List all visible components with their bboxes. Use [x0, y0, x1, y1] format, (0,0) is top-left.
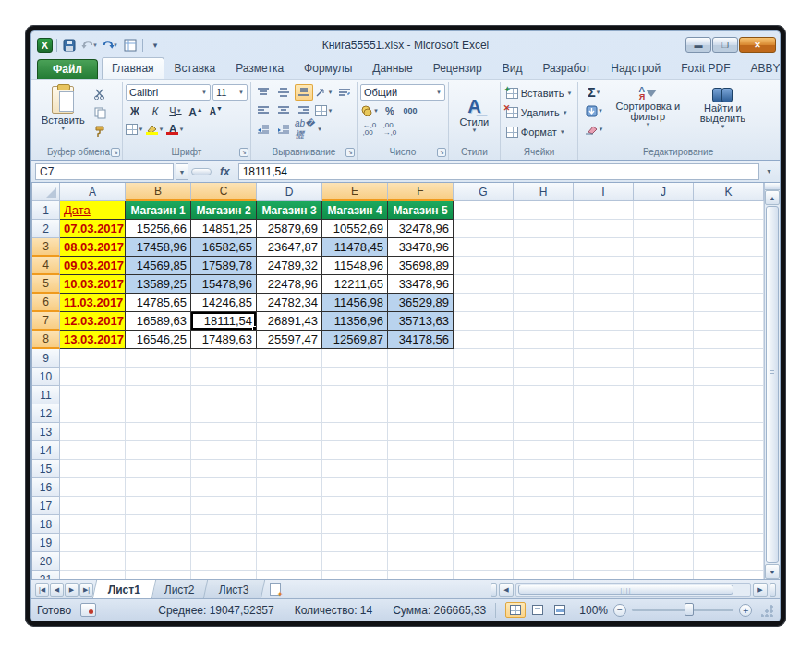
column-header-I[interactable]: I	[574, 183, 634, 201]
cell-G20[interactable]	[454, 552, 514, 571]
normal-view-button[interactable]	[505, 602, 526, 618]
name-box-dropdown[interactable]: ▼	[176, 163, 188, 180]
zoom-level[interactable]: 100%	[579, 604, 608, 617]
cell-I9[interactable]	[574, 349, 634, 368]
cell-H2[interactable]	[514, 220, 574, 238]
cell-H5[interactable]	[514, 275, 574, 294]
cell-I10[interactable]	[574, 368, 634, 386]
fill-color-button[interactable]: ▼	[146, 121, 164, 138]
row-header-18[interactable]: 18	[32, 515, 60, 534]
cell-B18[interactable]	[126, 515, 191, 534]
cell-B1[interactable]: Магазин 1	[126, 201, 191, 220]
cell-J19[interactable]	[634, 534, 694, 552]
zoom-out-button[interactable]: −	[613, 604, 626, 617]
insert-worksheet-button[interactable]	[263, 580, 287, 598]
zoom-slider-track[interactable]	[632, 609, 733, 611]
cell-F11[interactable]	[388, 386, 454, 404]
column-header-B[interactable]: B	[126, 183, 191, 201]
cell-C20[interactable]	[191, 552, 257, 571]
sheet-tab-2[interactable]: Лист2	[149, 580, 211, 598]
column-header-K[interactable]: K	[694, 183, 764, 201]
accounting-format-button[interactable]: ▼	[360, 102, 379, 119]
cell-E10[interactable]	[322, 368, 388, 386]
cell-A2[interactable]: 07.03.2017	[60, 220, 126, 238]
cell-I1[interactable]	[574, 201, 634, 220]
cell-G5[interactable]	[454, 275, 514, 294]
cell-H18[interactable]	[514, 515, 574, 534]
cell-E2[interactable]: 10552,69	[322, 220, 388, 238]
cell-J1[interactable]	[634, 201, 694, 220]
cell-F6[interactable]: 36529,89	[388, 294, 454, 312]
cell-K17[interactable]	[694, 497, 764, 515]
cell-B3[interactable]: 17458,96	[126, 238, 191, 257]
cell-K10[interactable]	[694, 368, 764, 386]
undo-button[interactable]: ▼	[81, 38, 98, 53]
cell-C3[interactable]: 16582,65	[191, 238, 257, 257]
formula-bar-splitter[interactable]	[191, 168, 212, 175]
next-sheet-button[interactable]: ▶	[65, 583, 79, 597]
cell-G8[interactable]	[454, 331, 514, 349]
cell-B6[interactable]: 14785,65	[126, 294, 191, 312]
cell-H15[interactable]	[514, 460, 574, 478]
increase-indent-button[interactable]	[274, 121, 293, 138]
cell-A18[interactable]	[60, 515, 126, 534]
cell-K13[interactable]	[694, 423, 764, 441]
align-right-button[interactable]	[295, 102, 313, 119]
underline-button[interactable]: Ч▼	[166, 102, 185, 119]
cell-D20[interactable]	[257, 552, 322, 571]
cell-C18[interactable]	[191, 515, 257, 534]
cell-D10[interactable]	[257, 368, 322, 386]
row-header-9[interactable]: 9	[32, 349, 60, 368]
bold-button[interactable]: Ж	[126, 102, 144, 119]
name-box[interactable]	[35, 163, 174, 180]
page-layout-view-button[interactable]	[527, 602, 548, 618]
cell-F3[interactable]: 33478,96	[388, 238, 454, 257]
formula-input[interactable]	[238, 163, 759, 180]
cell-J21[interactable]	[634, 571, 694, 579]
cell-K21[interactable]	[694, 571, 764, 579]
cell-D15[interactable]	[257, 460, 322, 478]
cell-D5[interactable]: 22478,96	[257, 275, 322, 294]
cell-B15[interactable]	[126, 460, 191, 478]
cell-A8[interactable]: 13.03.2017	[60, 331, 126, 349]
column-header-E[interactable]: E	[322, 183, 388, 201]
column-header-A[interactable]: A	[60, 183, 126, 201]
cell-J18[interactable]	[634, 515, 694, 534]
cell-F12[interactable]	[388, 404, 454, 423]
shrink-font-button[interactable]: А▼	[207, 102, 225, 119]
cell-E20[interactable]	[322, 552, 388, 571]
cell-J10[interactable]	[634, 368, 694, 386]
record-macro-button[interactable]	[80, 603, 96, 617]
row-header-21[interactable]: 21	[32, 571, 60, 579]
cell-F15[interactable]	[388, 460, 454, 478]
cell-K14[interactable]	[694, 441, 764, 460]
tab-file[interactable]: Файл	[37, 59, 98, 79]
tab-3[interactable]: Разметка	[225, 57, 294, 79]
restore-button[interactable]: ❐	[712, 37, 738, 53]
cell-D18[interactable]	[257, 515, 322, 534]
cell-C13[interactable]	[191, 423, 257, 441]
cell-C6[interactable]: 14246,85	[191, 294, 257, 312]
cell-F2[interactable]: 32478,96	[388, 220, 454, 238]
expand-formula-bar-button[interactable]: ▼	[762, 168, 776, 175]
cell-E9[interactable]	[322, 349, 388, 368]
sheet-tab-1[interactable]: Лист1	[92, 580, 156, 598]
cell-D11[interactable]	[257, 386, 322, 404]
column-header-D[interactable]: D	[257, 183, 322, 201]
cell-C2[interactable]: 14851,25	[191, 220, 257, 238]
cell-K20[interactable]	[694, 552, 764, 571]
insert-cells-button[interactable]: ＋ Вставить▼	[503, 84, 576, 102]
cell-C10[interactable]	[191, 368, 257, 386]
cell-C19[interactable]	[191, 534, 257, 552]
cell-B5[interactable]: 13589,25	[126, 275, 191, 294]
cell-B7[interactable]: 16589,63	[126, 312, 191, 331]
cell-J6[interactable]	[634, 294, 694, 312]
cell-C21[interactable]	[191, 571, 257, 579]
cell-C17[interactable]	[191, 497, 257, 515]
row-header-3[interactable]: 3	[32, 238, 60, 257]
cell-K9[interactable]	[694, 349, 764, 368]
font-size-select[interactable]: 11▼	[212, 84, 248, 101]
zoom-in-button[interactable]: ＋	[739, 604, 752, 617]
cell-A12[interactable]	[60, 404, 126, 423]
cell-E5[interactable]: 12211,65	[322, 275, 388, 294]
